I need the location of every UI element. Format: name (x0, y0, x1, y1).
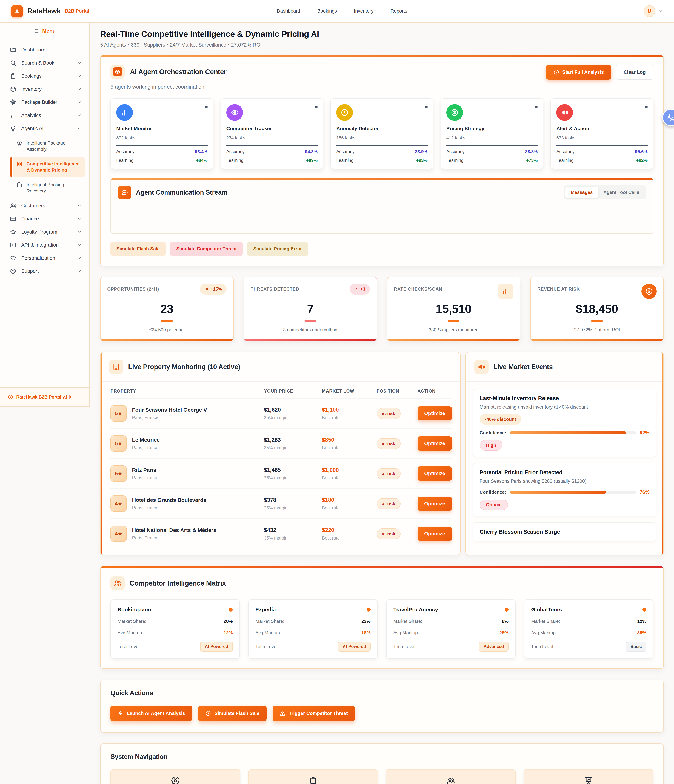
top-nav-link[interactable]: Dashboard (277, 8, 300, 14)
market-events-title: Live Market Events (493, 363, 553, 371)
market-events-card: Live Market Events Last-Minute Inventory… (465, 352, 664, 555)
top-nav-link[interactable]: Reports (390, 8, 407, 14)
brand[interactable]: RateHawk B2B Portal (11, 5, 89, 17)
learning-label: Learning (556, 158, 573, 163)
simulate-button[interactable]: Simulate Competitor Threat (170, 242, 243, 256)
sidebar-item[interactable]: API & Integration (0, 238, 89, 252)
competitor-card: Booking.com Market Share: 28% Avg Markup… (111, 599, 240, 659)
quick-action-button[interactable]: Launch AI Agent Analysis (111, 706, 192, 721)
sidebar-item-label: Agentic AI (21, 126, 72, 131)
severity-badge: High (480, 440, 503, 451)
sidebar-item[interactable]: Personalization (0, 252, 89, 264)
sidebar-item[interactable]: Dashboard (0, 44, 89, 56)
quick-action-button[interactable]: Trigger Competitor Threat (273, 706, 355, 721)
optimize-button[interactable]: Optimize (418, 527, 452, 541)
clear-log-button[interactable]: Clear Log (616, 65, 654, 79)
optimize-button[interactable]: Optimize (418, 496, 452, 511)
page-title: Real-Time Competitive Intelligence & Dyn… (100, 29, 664, 39)
sidebar-item[interactable]: Support (0, 264, 89, 278)
sidebar-version[interactable]: RateHawk B2B Portal v1.0 (0, 387, 89, 406)
megaphone-icon-wrap (474, 360, 488, 374)
simulate-button[interactable]: Simulate Pricing Error (247, 242, 308, 256)
menu-button[interactable]: Menu (34, 28, 56, 34)
star-rating-badge: 4★ (111, 526, 127, 542)
brand-name: RateHawk (27, 7, 61, 15)
avg-markup-label: Avg Markup: (393, 630, 419, 636)
market-share-value: 8% (502, 619, 509, 624)
agent-tasks: 673 tasks (556, 135, 647, 140)
sidebar-item[interactable]: Analytics (0, 109, 89, 122)
orchestration-center-card: AI Agent Orchestration Center 5 agents w… (100, 55, 664, 266)
top-nav-link[interactable]: Inventory (354, 8, 373, 14)
tech-level-badge: AI-Powered (338, 642, 371, 652)
sidebar-item[interactable]: Finance (0, 212, 89, 226)
stat-card: OPPORTUNITIES (24H) +15% 23 €24,500 pote… (100, 277, 234, 341)
chevron-down-icon (77, 87, 81, 92)
sidebar-subitem[interactable]: Intelligent Package Assembly (13, 136, 85, 156)
chevron-down-icon (77, 204, 81, 208)
avg-markup-value: 35% (637, 630, 646, 636)
sidebar-item-label: Search & Book (21, 60, 72, 66)
sidebar-item-icon (10, 216, 16, 222)
agent-status-dot (315, 106, 318, 109)
learning-label: Learning (116, 158, 133, 163)
system-nav-tile[interactable]: Historical Analysis (524, 769, 654, 784)
sidebar-subitem-label: Competitive Intelligence & Dynamic Prici… (27, 161, 81, 173)
property-table: PROPERTY YOUR PRICE MARKET LOW POSITION … (101, 382, 460, 552)
event-title: Cherry Blossom Season Surge (480, 529, 649, 535)
optimize-button[interactable]: Optimize (418, 406, 452, 420)
avg-markup-value: 25% (499, 630, 509, 636)
sidebar-item[interactable]: Search & Book (0, 56, 89, 70)
margin: 35% margin (264, 445, 322, 450)
avatar[interactable]: U (644, 5, 655, 17)
sidebar-item-icon (10, 255, 16, 261)
sidebar-item-icon (10, 47, 16, 53)
simulate-button[interactable]: Simulate Flash Sale (111, 242, 166, 256)
competitor-card: GlobalTours Market Share: 12% Avg Markup… (524, 599, 654, 659)
learning-value: +73% (526, 158, 538, 163)
system-nav-tile[interactable]: Competitors (386, 769, 516, 784)
sidebar-item[interactable]: Loyalty Program (0, 226, 89, 238)
megaphone-icon (477, 363, 485, 371)
sidebar-item[interactable]: Package Builder (0, 96, 89, 109)
stats-row: OPPORTUNITIES (24H) +15% 23 €24,500 pote… (100, 277, 664, 341)
avg-markup-label: Avg Markup: (256, 630, 281, 636)
margin: 35% margin (264, 535, 322, 541)
sidebar-subitem[interactable]: Competitive Intelligence & Dynamic Prici… (13, 157, 85, 177)
sidebar-item[interactable]: Bookings (0, 70, 89, 82)
tab-messages[interactable]: Messages (565, 187, 598, 198)
top-nav-link[interactable]: Bookings (317, 8, 337, 14)
user-menu[interactable]: U (644, 5, 663, 17)
people-icon-wrap (111, 576, 125, 590)
event-title: Last-Minute Inventory Release (480, 395, 649, 401)
quick-actions-row: Launch AI Agent Analysis Simulate Flash … (111, 706, 654, 721)
tab-agent-tool-calls[interactable]: Agent Tool Calls (598, 187, 644, 198)
competitor-grid: Booking.com Market Share: 28% Avg Markup… (101, 590, 663, 659)
app-header: RateHawk B2B Portal Dashboard Bookings I… (0, 0, 674, 23)
sidebar-item-label: Customers (21, 203, 72, 208)
sidebar-item[interactable]: Inventory (0, 82, 89, 96)
optimize-button[interactable]: Optimize (418, 467, 452, 481)
top-nav: Dashboard Bookings Inventory Reports (277, 8, 407, 14)
position-badge: at-risk (377, 468, 401, 479)
sidebar-item-label: Dashboard (21, 47, 72, 53)
confidence-label: Confidence: (480, 490, 506, 495)
system-nav-tile[interactable]: Configuration (111, 769, 240, 784)
hamburger-icon (34, 28, 39, 34)
your-price: $432 (264, 527, 322, 534)
start-full-analysis-button[interactable]: Start Full Analysis (546, 65, 612, 79)
agent-status-dot (425, 106, 427, 109)
stream-accent-bar (111, 178, 653, 180)
optimize-button[interactable]: Optimize (418, 436, 452, 451)
monitor-row: Live Property Monitoring (10 Active) PRO… (100, 352, 664, 555)
sidebar-item[interactable]: Customers (0, 199, 89, 212)
property-row: 4★ Hôtel National Des Arts & Métiers Par… (111, 518, 452, 549)
main-content: Real-Time Competitive Intelligence & Dyn… (90, 23, 674, 784)
sidebar-item-agentic-ai[interactable]: Agentic AI (0, 122, 89, 135)
system-navigation-card: System Navigation Configuration Strategy… (100, 744, 664, 784)
stat-subtext: 3 competitors undercutting (251, 327, 370, 333)
property-location: Paris, France (132, 505, 206, 510)
system-nav-tile[interactable]: Strategy Builder (248, 769, 378, 784)
sidebar-subitem[interactable]: Intelligent Booking Recovery (13, 178, 85, 198)
quick-action-button[interactable]: Simulate Flash Sale (198, 706, 267, 721)
